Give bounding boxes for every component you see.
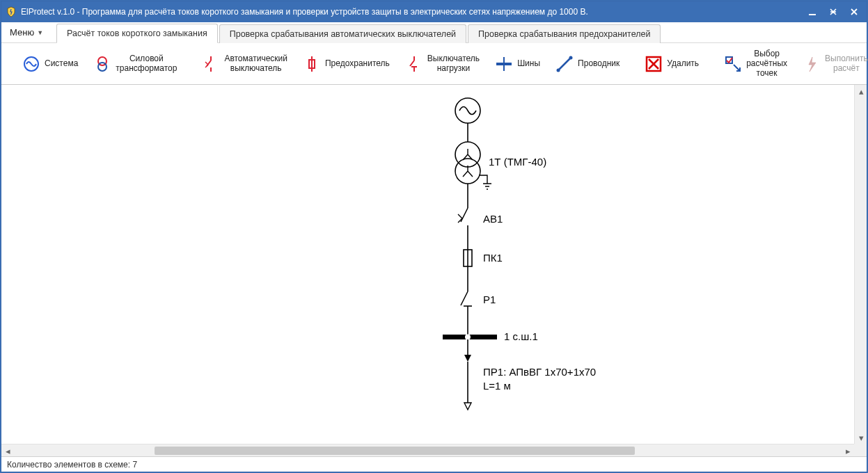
window-title: ElProtect v.1.0 - Программа для расчёта …: [21, 7, 807, 17]
tool-label: Выбор расчётных точек: [746, 49, 787, 78]
chevron-down-icon: ▼: [37, 29, 43, 36]
tab-fuses-check[interactable]: Проверка срабатывания предохранителей: [468, 24, 661, 43]
scroll-down-button[interactable]: ▾: [855, 431, 867, 444]
svg-marker-38: [464, 403, 471, 410]
system-icon: [22, 55, 40, 73]
titlebar[interactable]: ElProtect v.1.0 - Программа для расчёта …: [1, 1, 867, 22]
breaker-icon: [202, 55, 220, 73]
horizontal-scrollbar[interactable]: ◂ ▸: [1, 444, 854, 456]
tool-breaker[interactable]: Автоматический выключатель: [195, 52, 294, 76]
diagram-canvas[interactable]: 1Т (ТМГ-40) АВ1 ПК1 Р1: [1, 85, 854, 444]
toolbar: Система Силовой трансформатор Автоматиче…: [1, 43, 867, 85]
tab-short-circuit[interactable]: Расчёт токов короткого замыкания: [56, 24, 218, 43]
svg-point-34: [465, 335, 471, 340]
switch-label: Р1: [483, 294, 496, 305]
cable-label-2: L=1 м: [483, 380, 511, 392]
svg-marker-36: [464, 355, 471, 362]
tool-run-calc[interactable]: Выполнить расчёт: [796, 52, 868, 76]
tool-label: Силовой трансформатор: [116, 54, 177, 74]
tool-label: Автоматический выключатель: [224, 54, 287, 74]
tool-calc-points[interactable]: Выбор расчётных точек: [717, 47, 794, 80]
menu-button[interactable]: Меню ▼: [1, 22, 52, 42]
fuse-label: ПК1: [483, 252, 503, 264]
vertical-scrollbar[interactable]: ▴ ▾: [854, 85, 867, 444]
maximize-button[interactable]: [828, 6, 839, 17]
tool-label: Проводник: [578, 59, 620, 69]
tabs: Расчёт токов короткого замыкания Проверк…: [56, 22, 662, 42]
breaker-label: АВ1: [483, 213, 503, 225]
menu-label: Меню: [10, 27, 34, 38]
tab-breakers-check[interactable]: Проверка срабатывания автоматических вык…: [219, 24, 466, 43]
scroll-left-button[interactable]: ◂: [1, 444, 14, 456]
run-icon: [803, 55, 821, 73]
tool-label: Шины: [517, 59, 540, 69]
svg-point-16: [557, 68, 560, 72]
svg-rect-14: [496, 63, 512, 65]
minimize-button[interactable]: [807, 6, 818, 17]
svg-line-15: [558, 58, 571, 70]
menubar: Меню ▼ Расчёт токов короткого замыкания …: [1, 22, 867, 43]
svg-point-3: [98, 63, 106, 71]
scroll-corner: [854, 444, 867, 456]
canvas-area: 1Т (ТМГ-40) АВ1 ПК1 Р1: [1, 85, 867, 456]
tool-label: Система: [45, 59, 78, 69]
calc-points-icon: [724, 55, 742, 73]
scroll-right-button[interactable]: ▸: [842, 444, 854, 456]
tool-label: Предохранитель: [325, 59, 390, 69]
svg-point-17: [569, 56, 573, 59]
tab-label: Проверка срабатывания автоматических вык…: [230, 29, 456, 39]
tool-fuse[interactable]: Предохранитель: [296, 53, 397, 75]
transformer-icon: [93, 55, 111, 73]
load-switch-icon: [405, 55, 423, 73]
scroll-up-button[interactable]: ▴: [855, 85, 867, 97]
tab-label: Расчёт токов короткого замыкания: [67, 29, 207, 38]
svg-line-30: [461, 291, 468, 305]
status-text: Количество элементов в схеме: 7: [7, 460, 137, 470]
delete-icon: [645, 55, 663, 73]
fuse-icon: [303, 55, 321, 73]
window-controls: [807, 6, 862, 17]
tool-load-switch[interactable]: Выключатель нагрузки: [398, 52, 487, 76]
close-button[interactable]: [849, 6, 860, 17]
conductor-icon: [555, 55, 574, 73]
scroll-thumb[interactable]: [155, 447, 635, 455]
app-window: ElProtect v.1.0 - Программа для расчёта …: [1, 1, 867, 472]
tool-transformer[interactable]: Силовой трансформатор: [86, 52, 184, 76]
bus-label: 1 с.ш.1: [504, 330, 538, 342]
tab-label: Проверка срабатывания предохранителей: [478, 29, 650, 39]
tool-delete[interactable]: Удалить: [638, 53, 706, 75]
transformer-label: 1Т (ТМГ-40): [489, 156, 546, 168]
svg-rect-0: [809, 14, 816, 15]
tool-conductor[interactable]: Проводник: [549, 53, 626, 75]
cable-label-1: ПР1: АПвВГ 1x70+1x70: [483, 366, 596, 378]
tool-label: Выключатель нагрузки: [427, 54, 480, 74]
app-icon: [6, 6, 17, 17]
tool-label: Удалить: [667, 59, 699, 69]
tool-system[interactable]: Система: [15, 53, 85, 75]
statusbar: Количество элементов в схеме: 7: [1, 456, 867, 472]
bus-icon: [495, 55, 513, 73]
tool-label: Выполнить расчёт: [825, 54, 868, 74]
svg-line-25: [461, 208, 468, 222]
svg-line-10: [410, 61, 414, 66]
tool-bus[interactable]: Шины: [488, 53, 547, 75]
diagram[interactable]: 1Т (ТМГ-40) АВ1 ПК1 Р1: [433, 93, 642, 429]
